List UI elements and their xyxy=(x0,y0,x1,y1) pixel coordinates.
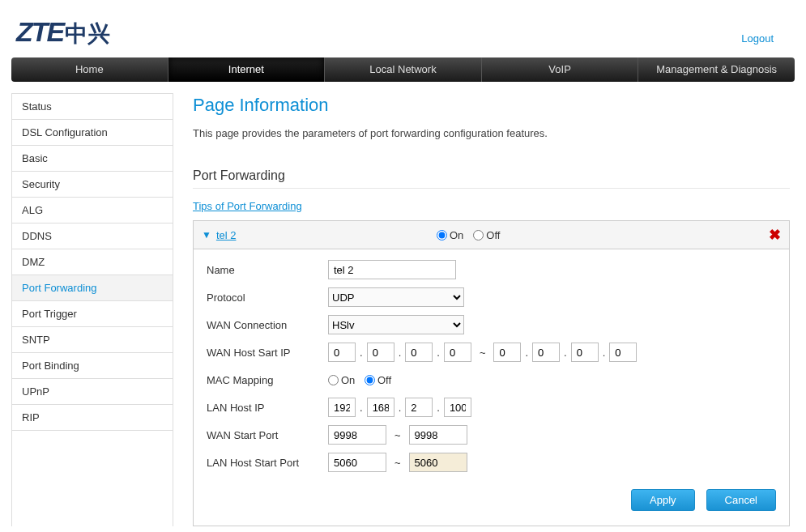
tips-port-forwarding-link[interactable]: Tips of Port Forwarding xyxy=(193,200,302,212)
mac-mapping-label: MAC Mapping xyxy=(207,374,328,386)
lan-host-start-port-label: LAN Host Start Port xyxy=(207,457,328,469)
wan-host-end-ip-3[interactable] xyxy=(571,343,599,362)
name-input[interactable] xyxy=(328,260,456,279)
mac-mapping-off[interactable]: Off xyxy=(365,374,391,386)
nav-home[interactable]: Home xyxy=(11,57,168,82)
rule-title-link[interactable]: tel 2 xyxy=(216,229,237,241)
sidebar-item-dmz[interactable]: DMZ xyxy=(12,249,173,275)
sidebar-item-port-forwarding[interactable]: Port Forwarding xyxy=(12,275,173,301)
protocol-select[interactable]: UDP xyxy=(328,287,464,307)
collapse-icon[interactable]: ▼ xyxy=(202,229,211,240)
name-label: Name xyxy=(207,264,328,276)
wan-host-start-ip-4[interactable] xyxy=(444,343,471,362)
rule-enable-on[interactable]: On xyxy=(437,229,463,241)
lan-host-ip-2[interactable] xyxy=(367,398,394,417)
wan-host-start-ip-1[interactable] xyxy=(328,343,356,362)
rule-box: ▼ tel 2 On Off ✖ xyxy=(193,220,790,526)
wan-host-end-ip-4[interactable] xyxy=(609,343,637,362)
sidebar-item-port-trigger[interactable]: Port Trigger xyxy=(12,301,173,327)
rule-enable-off-radio[interactable] xyxy=(473,230,484,240)
sidebar-item-basic[interactable]: Basic xyxy=(12,146,173,172)
delete-rule-icon[interactable]: ✖ xyxy=(769,226,781,244)
lan-host-ip-4[interactable] xyxy=(444,398,471,417)
page-description: This page provides the parameters of por… xyxy=(193,127,790,139)
wan-connection-label: WAN Connection xyxy=(207,319,328,331)
sidebar-item-dsl-configuration[interactable]: DSL Configuration xyxy=(12,120,173,146)
wan-host-end-ip-2[interactable] xyxy=(532,343,560,362)
sidebar-item-ddns[interactable]: DDNS xyxy=(12,223,173,249)
sidebar-item-status[interactable]: Status xyxy=(12,94,173,120)
sidebar-item-sntp[interactable]: SNTP xyxy=(12,327,173,353)
protocol-label: Protocol xyxy=(207,292,328,304)
rule-enable-on-label: On xyxy=(450,229,463,241)
logo-text-main: ZTE xyxy=(16,16,63,48)
wan-start-port-input[interactable] xyxy=(328,425,386,445)
logo-text-cn: 中兴 xyxy=(65,19,110,49)
top-nav: Home Internet Local Network VoIP Managem… xyxy=(11,57,795,82)
apply-button[interactable]: Apply xyxy=(631,489,695,511)
nav-internet[interactable]: Internet xyxy=(168,57,326,82)
wan-host-start-ip-2[interactable] xyxy=(367,343,394,362)
sidebar-item-rip[interactable]: RIP xyxy=(12,405,173,431)
rule-enable-off-label: Off xyxy=(486,229,500,241)
lan-host-ip-3[interactable] xyxy=(405,398,433,417)
section-title-port-forwarding: Port Forwarding xyxy=(193,168,790,189)
sidebar: Status DSL Configuration Basic Security … xyxy=(11,93,173,526)
sidebar-item-upnp[interactable]: UPnP xyxy=(12,379,173,405)
wan-host-start-ip-3[interactable] xyxy=(405,343,433,362)
rule-enable-off[interactable]: Off xyxy=(473,229,500,241)
rule-header: ▼ tel 2 On Off ✖ xyxy=(194,221,789,249)
nav-management-diagnosis[interactable]: Management & Diagnosis xyxy=(638,57,795,82)
lan-host-end-port-input[interactable] xyxy=(409,453,467,472)
lan-host-ip-1[interactable] xyxy=(328,398,356,417)
mac-mapping-on[interactable]: On xyxy=(328,374,355,386)
mac-mapping-on-radio[interactable] xyxy=(328,375,339,385)
wan-host-start-ip-label: WAN Host Sart IP xyxy=(207,347,328,359)
lan-host-start-port-input[interactable] xyxy=(328,453,386,472)
rule-enable-radio-group: On Off xyxy=(437,229,500,241)
wan-host-end-ip-1[interactable] xyxy=(493,343,521,362)
page-title: Page Information xyxy=(193,95,790,116)
cancel-button[interactable]: Cancel xyxy=(706,489,776,511)
mac-mapping-off-radio[interactable] xyxy=(365,375,375,385)
mac-mapping-off-label: Off xyxy=(377,374,391,386)
wan-connection-select[interactable]: HSlv xyxy=(328,315,464,334)
logout-link[interactable]: Logout xyxy=(741,32,774,45)
sidebar-item-port-binding[interactable]: Port Binding xyxy=(12,353,173,379)
lan-host-ip-label: LAN Host IP xyxy=(207,402,328,414)
sidebar-item-alg[interactable]: ALG xyxy=(12,198,173,223)
brand-logo: ZTE 中兴 xyxy=(16,16,110,49)
rule-enable-on-radio[interactable] xyxy=(437,230,447,240)
nav-local-network[interactable]: Local Network xyxy=(325,57,482,82)
sidebar-item-security[interactable]: Security xyxy=(12,172,173,198)
mac-mapping-on-label: On xyxy=(341,374,355,386)
nav-voip[interactable]: VoIP xyxy=(482,57,639,82)
wan-end-port-input[interactable] xyxy=(409,425,467,445)
wan-start-port-label: WAN Start Port xyxy=(207,429,328,441)
